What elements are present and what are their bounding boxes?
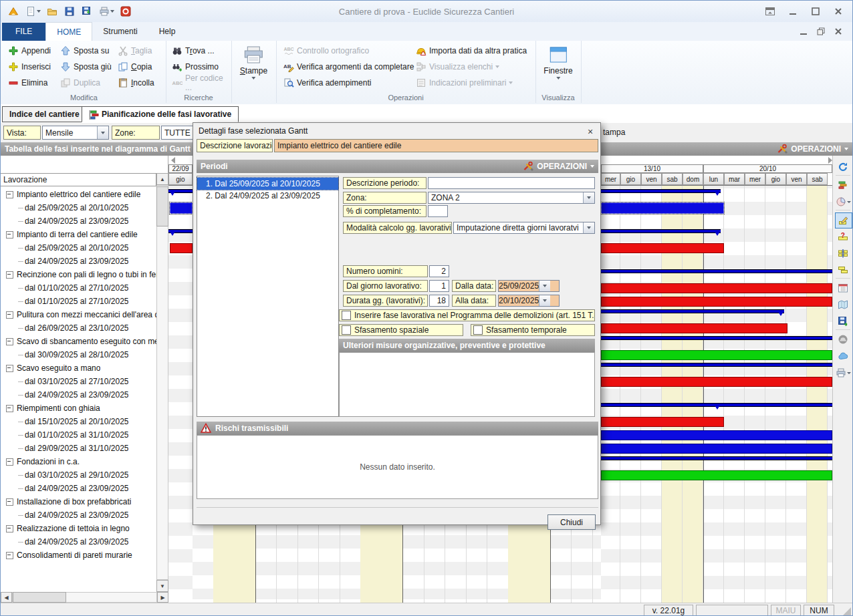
checkbox[interactable]: [473, 325, 483, 335]
period-list-item[interactable]: 1. Dal 25/09/2025 al 20/10/2025: [197, 178, 338, 190]
gantt-task-bar[interactable]: [601, 377, 832, 387]
checkbox[interactable]: [342, 325, 351, 335]
tree-item-phase[interactable]: Consolidamenti di pareti murarie: [1, 549, 156, 560]
tree-item-period[interactable]: dal 25/09/2025 al 20/10/2025: [1, 241, 156, 255]
tree-item-period[interactable]: dal 30/09/2025 al 28/10/2025: [1, 348, 156, 361]
gantt-task-bar-selected[interactable]: [601, 202, 724, 214]
expander-minus-icon[interactable]: [6, 458, 13, 466]
gantt-summary-bar[interactable]: [601, 363, 832, 367]
ribbon-button-copia[interactable]: Copia: [116, 59, 154, 74]
minimize-button[interactable]: [781, 3, 804, 19]
tree-item-period[interactable]: dal 15/10/2025 al 20/10/2025: [1, 415, 156, 428]
tree-item-period[interactable]: dal 24/09/2025 al 23/09/2025: [1, 482, 156, 495]
ribbon-button-prossimo[interactable]: Prossimo: [170, 59, 221, 74]
gantt-task-bar[interactable]: [170, 243, 193, 253]
tree-item-phase[interactable]: Recinzione con pali di legno o tubi in f…: [1, 268, 156, 281]
tab-indice-del-cantiere[interactable]: Indice del cantiere: [2, 106, 87, 122]
tree-item-phase[interactable]: Scavo eseguito a mano: [1, 361, 156, 375]
timeline-scroll-left[interactable]: [168, 156, 195, 164]
chevron-down-icon[interactable]: [583, 222, 594, 233]
gantt-operazioni-button[interactable]: OPERAZIONI: [777, 144, 848, 154]
mdi-minimize-button[interactable]: [795, 25, 812, 37]
mdi-close-button[interactable]: [830, 25, 847, 37]
tree-item-phase[interactable]: Riempimenti con ghiaia: [1, 402, 156, 415]
tree-item-period[interactable]: dal 01/10/2025 al 27/10/2025: [1, 281, 156, 295]
refresh-icon[interactable]: [835, 160, 851, 174]
save-icon[interactable]: [62, 4, 78, 19]
timeline-scroll-right[interactable]: [601, 156, 835, 164]
gantt-summary-bar[interactable]: [601, 269, 832, 273]
expander-minus-icon[interactable]: [6, 231, 13, 239]
print-icon[interactable]: [96, 4, 116, 19]
gantt-task-bar[interactable]: [601, 417, 724, 427]
horizontal-scrollbar-thumb[interactable]: [13, 592, 66, 603]
alla-data-picker[interactable]: 20/10/2025: [498, 295, 560, 307]
expander-minus-icon[interactable]: [6, 271, 13, 279]
cloud-icon[interactable]: [835, 349, 851, 363]
ribbon-button-elimina[interactable]: Elimina: [6, 75, 49, 90]
ribbon-button-trova[interactable]: Trova ...: [170, 43, 217, 58]
chevron-down-icon[interactable]: [97, 126, 108, 139]
gantt-task-bar[interactable]: [601, 444, 832, 454]
tree-item-phase[interactable]: Impianto di terra del cantiere edile: [1, 228, 156, 241]
tree-item-phase[interactable]: Fondazioni in c.a.: [1, 455, 156, 468]
close-icon[interactable]: ×: [584, 126, 596, 138]
descrizione-lavorazione-field[interactable]: Impianto elettrico del cantiere edile: [274, 139, 598, 152]
tree-item-period[interactable]: dal 24/09/2025 al 23/09/2025: [1, 535, 156, 549]
tree-item-phase[interactable]: Pulitura con mezzi meccanici dell'area d…: [1, 308, 156, 321]
chiudi-button[interactable]: Chiudi: [547, 514, 596, 530]
ribbon-button-sposta-gi[interactable]: Sposta giù: [58, 59, 114, 74]
pie-chart-icon[interactable]: [835, 194, 851, 209]
maximize-button[interactable]: [804, 3, 827, 19]
ribbon-button-finestre[interactable]: Finestre: [543, 42, 572, 80]
ribbon-button-inserisci[interactable]: Inserisci: [6, 59, 53, 74]
vertical-scrollbar-thumb[interactable]: [156, 186, 168, 226]
dal-giorno-input[interactable]: 1: [429, 280, 449, 292]
app-logo-icon[interactable]: [5, 4, 21, 19]
gantt-task-bar[interactable]: [601, 297, 832, 307]
chevron-down-icon[interactable]: [583, 192, 594, 203]
phase-bars-icon[interactable]: [835, 178, 851, 192]
expander-minus-icon[interactable]: [6, 552, 13, 559]
save-as-icon[interactable]: [79, 4, 95, 19]
edit-phase-icon[interactable]: [835, 212, 852, 228]
ribbon-tab-home[interactable]: HOME: [45, 22, 92, 41]
ribbon-button-stampe[interactable]: Stampe: [240, 42, 267, 80]
tree-item-phase[interactable]: Impianto elettrico del cantiere edile: [1, 188, 156, 201]
gantt-summary-bar[interactable]: [601, 189, 721, 193]
tree-item-period[interactable]: dal 24/09/2025 al 23/09/2025: [1, 255, 156, 268]
safety-disabled-icon[interactable]: [835, 332, 851, 347]
expander-minus-icon[interactable]: [6, 405, 13, 412]
period-list-item[interactable]: 2. Dal 24/09/2025 al 23/09/2025: [197, 190, 338, 202]
calendar-icon[interactable]: [835, 281, 851, 295]
gantt-task-bar[interactable]: [601, 243, 724, 253]
ribbon-button-sposta-su[interactable]: Sposta su: [58, 43, 111, 58]
tree-item-period[interactable]: dal 24/09/2025 al 23/09/2025: [1, 508, 156, 522]
gantt-summary-bar[interactable]: [601, 456, 832, 460]
vertical-scrollbar[interactable]: [156, 185, 168, 580]
resize-grip[interactable]: [843, 607, 851, 615]
gantt-summary-bar[interactable]: [601, 309, 784, 313]
stop-record-icon[interactable]: [118, 4, 134, 19]
expander-minus-icon[interactable]: [6, 525, 13, 532]
durata-input[interactable]: 18: [429, 295, 449, 307]
gantt-task-bar[interactable]: [601, 350, 832, 360]
print-gantt-icon[interactable]: [835, 365, 851, 380]
split-phase-icon[interactable]: [835, 246, 851, 261]
ribbon-collapse-button[interactable]: [759, 3, 781, 19]
gantt-task-bar-selected[interactable]: [170, 202, 193, 214]
open-folder-icon[interactable]: [44, 4, 60, 19]
tree-item-period[interactable]: dal 26/09/2025 al 23/10/2025: [1, 321, 156, 335]
scroll-up-button[interactable]: ▲: [156, 173, 168, 185]
new-document-icon[interactable]: [23, 4, 43, 19]
tree-item-period[interactable]: dal 24/09/2025 al 23/09/2025: [1, 388, 156, 402]
completamento-input[interactable]: [428, 205, 448, 217]
export-floppy-icon[interactable]: [835, 314, 851, 329]
zona-combo[interactable]: ZONA 2: [428, 192, 595, 204]
gantt-summary-bar[interactable]: [601, 229, 721, 233]
ribbon-tab-strumenti[interactable]: Strumenti: [92, 23, 148, 41]
expander-minus-icon[interactable]: [6, 498, 13, 506]
expander-minus-icon[interactable]: [6, 365, 13, 372]
tree-item-period[interactable]: dal 29/09/2025 al 31/10/2025: [1, 442, 156, 455]
checkbox[interactable]: [342, 311, 351, 320]
